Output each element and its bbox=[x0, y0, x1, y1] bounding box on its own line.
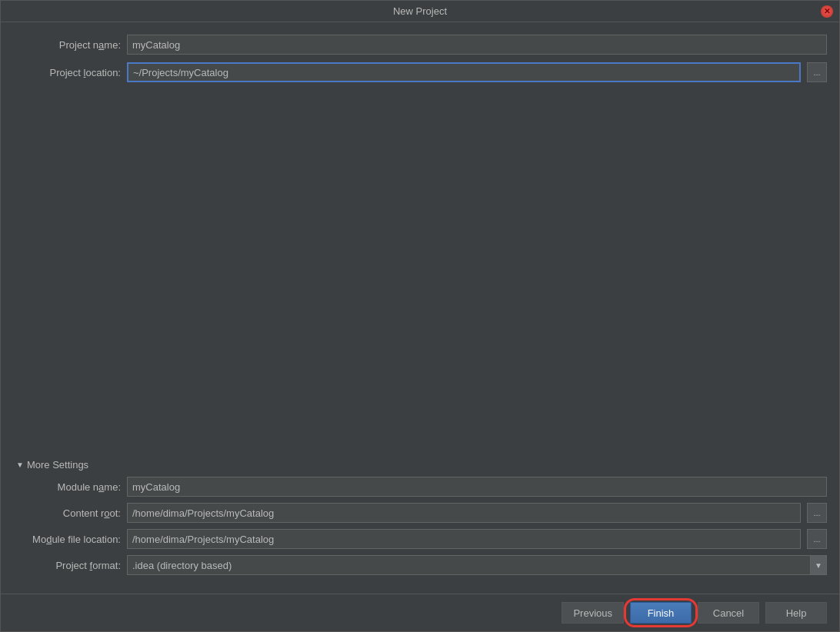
project-format-label: Project format: bbox=[13, 560, 121, 571]
content-root-row: Content root: ... bbox=[13, 503, 827, 523]
module-name-row: Module name: bbox=[13, 477, 827, 497]
dialog-title: New Project bbox=[393, 5, 447, 17]
project-location-label: Project location: bbox=[13, 67, 121, 78]
project-format-dropdown-wrapper: .idea (directory based) ▼ bbox=[127, 555, 827, 575]
project-location-input[interactable] bbox=[127, 62, 801, 82]
project-name-label: Project name: bbox=[13, 39, 121, 51]
project-format-select[interactable]: .idea (directory based) bbox=[127, 555, 827, 575]
dialog-content: Project name: Project location: ... ▼ Mo… bbox=[1, 22, 839, 594]
cancel-button[interactable]: Cancel bbox=[698, 602, 759, 624]
previous-button[interactable]: Previous bbox=[562, 602, 624, 624]
close-button[interactable]: ✕ bbox=[821, 5, 833, 18]
module-file-location-label: Module file location: bbox=[13, 534, 121, 545]
dialog-footer: Previous Finish Cancel Help bbox=[1, 594, 839, 631]
project-name-input[interactable] bbox=[127, 35, 827, 55]
project-location-browse-button[interactable]: ... bbox=[807, 62, 827, 82]
project-format-row: Project format: .idea (directory based) … bbox=[13, 555, 827, 575]
spacer bbox=[13, 90, 827, 448]
finish-highlight: Finish bbox=[630, 602, 692, 624]
module-file-location-input[interactable] bbox=[127, 529, 801, 549]
content-root-browse-button[interactable]: ... bbox=[807, 503, 827, 523]
help-button[interactable]: Help bbox=[765, 602, 827, 624]
project-location-row: Project location: ... bbox=[13, 62, 827, 82]
more-settings-arrow-icon: ▼ bbox=[16, 461, 24, 469]
module-name-label: Module name: bbox=[13, 481, 121, 493]
title-bar: New Project ✕ bbox=[1, 1, 839, 22]
module-file-location-browse-button[interactable]: ... bbox=[807, 529, 827, 549]
module-file-location-row: Module file location: ... bbox=[13, 529, 827, 549]
new-project-dialog: New Project ✕ Project name: Project loca… bbox=[0, 0, 840, 632]
module-name-input[interactable] bbox=[127, 477, 827, 497]
more-settings-label: More Settings bbox=[27, 459, 88, 471]
more-settings-section: ▼ More Settings Module name: Content roo… bbox=[13, 456, 827, 581]
content-root-input[interactable] bbox=[127, 503, 801, 523]
more-settings-content: Module name: Content root: ... Module fi… bbox=[13, 477, 827, 575]
more-settings-toggle[interactable]: ▼ More Settings bbox=[13, 456, 827, 477]
finish-button[interactable]: Finish bbox=[630, 602, 692, 624]
content-root-label: Content root: bbox=[13, 507, 121, 519]
project-name-row: Project name: bbox=[13, 35, 827, 55]
